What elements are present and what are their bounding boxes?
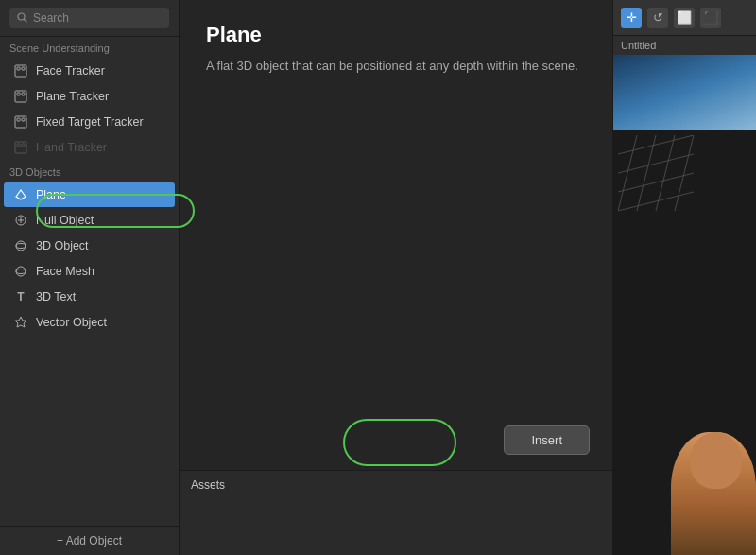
right-bg-image-top [613, 55, 756, 130]
svg-line-26 [618, 192, 694, 211]
right-toolbar: ✛ ↺ ⬜ ⬛ [613, 0, 756, 36]
svg-rect-3 [17, 67, 20, 70]
svg-line-24 [618, 154, 694, 173]
svg-line-25 [618, 173, 694, 192]
sidebar-item-vector-object[interactable]: Vector Object [4, 310, 175, 335]
svg-line-30 [675, 135, 694, 211]
sidebar-item-3d-text[interactable]: T 3D Text [4, 285, 175, 309]
sidebar-item-hand-tracker[interactable]: Hand Tracker [4, 135, 175, 160]
svg-line-29 [656, 135, 675, 211]
center-panel: Plane A flat 3D object that can be posit… [180, 0, 612, 555]
svg-line-1 [25, 19, 27, 22]
plane-tracker-label: Plane Tracker [36, 90, 109, 103]
fixed-target-tracker-label: Fixed Target Tracker [36, 115, 144, 129]
3d-text-label: 3D Text [36, 290, 76, 304]
face-tracker-label: Face Tracker [36, 64, 105, 78]
insert-btn-area: Insert [180, 410, 612, 470]
sidebar-item-plane-tracker[interactable]: Plane Tracker [4, 84, 175, 109]
detail-description: A flat 3D object that can be positioned … [206, 57, 586, 76]
plane-icon [13, 187, 28, 202]
svg-rect-7 [22, 93, 25, 95]
rotate-tool-icon[interactable]: ↺ [647, 8, 668, 28]
app-container: Scene Understanding Face Tracker [0, 0, 756, 555]
add-object-label: + Add Object [57, 534, 122, 547]
add-object-bar[interactable]: + Add Object [0, 526, 179, 555]
svg-point-19 [16, 244, 26, 249]
plane-tracker-icon [13, 89, 28, 104]
sidebar-item-face-tracker[interactable]: Face Tracker [4, 59, 175, 83]
search-input-wrapper[interactable] [9, 8, 169, 28]
right-panel: ✛ ↺ ⬜ ⬛ Untitled [612, 0, 756, 555]
3d-object-icon [13, 238, 28, 253]
sidebar-item-fixed-target-tracker[interactable]: Fixed Target Tracker [4, 110, 175, 134]
sidebar-list: Scene Understanding Face Tracker [0, 37, 179, 526]
svg-marker-14 [16, 190, 26, 199]
svg-rect-6 [17, 93, 20, 95]
box-tool-icon[interactable]: ⬛ [700, 8, 721, 28]
svg-rect-12 [17, 144, 20, 147]
svg-line-27 [618, 135, 637, 211]
svg-rect-10 [22, 118, 25, 121]
scale-tool-icon[interactable]: ⬜ [674, 8, 695, 28]
section-label-3d-objects: 3D Objects [0, 161, 179, 182]
svg-line-28 [637, 135, 656, 211]
vector-object-label: Vector Object [36, 316, 107, 329]
sidebar-item-plane[interactable]: Plane [4, 182, 175, 207]
svg-rect-9 [17, 118, 20, 121]
plane-label: Plane [36, 188, 66, 201]
null-object-label: Null Object [36, 214, 94, 227]
detail-area: Plane A flat 3D object that can be posit… [180, 0, 612, 410]
face-mesh-label: Face Mesh [36, 265, 94, 278]
svg-rect-4 [22, 67, 25, 70]
svg-point-20 [16, 267, 26, 276]
svg-point-18 [16, 241, 26, 251]
sidebar-item-null-object[interactable]: Null Object [4, 208, 175, 233]
wireframe-grid [618, 135, 694, 211]
sidebar: Scene Understanding Face Tracker [0, 0, 180, 555]
sidebar-item-3d-object[interactable]: 3D Object [4, 234, 175, 258]
face-mesh-icon [13, 264, 28, 279]
svg-point-0 [18, 13, 25, 20]
search-icon [17, 12, 27, 25]
insert-button[interactable]: Insert [504, 425, 590, 455]
vector-object-icon [13, 315, 28, 330]
svg-marker-22 [15, 317, 26, 327]
hand-tracker-icon [13, 140, 28, 155]
svg-point-21 [16, 269, 26, 274]
right-panel-title: Untitled [613, 36, 756, 55]
svg-rect-13 [22, 144, 25, 147]
3d-object-label: 3D Object [36, 239, 89, 252]
search-bar [0, 0, 179, 37]
right-bg-bottom [613, 130, 756, 555]
sidebar-item-face-mesh[interactable]: Face Mesh [4, 259, 175, 284]
3d-text-icon: T [13, 289, 28, 304]
null-object-icon [13, 213, 28, 228]
section-label-scene-understanding: Scene Understanding [0, 37, 179, 58]
assets-label: Assets [191, 478, 601, 492]
search-input[interactable] [33, 11, 162, 25]
svg-line-23 [618, 135, 694, 154]
move-tool-icon[interactable]: ✛ [621, 8, 642, 28]
hand-tracker-label: Hand Tracker [36, 141, 107, 154]
assets-bar: Assets [180, 470, 612, 555]
face-tracker-icon [13, 63, 28, 78]
fixed-target-tracker-icon [13, 114, 28, 130]
person-image [662, 423, 756, 555]
detail-title: Plane [206, 23, 586, 47]
